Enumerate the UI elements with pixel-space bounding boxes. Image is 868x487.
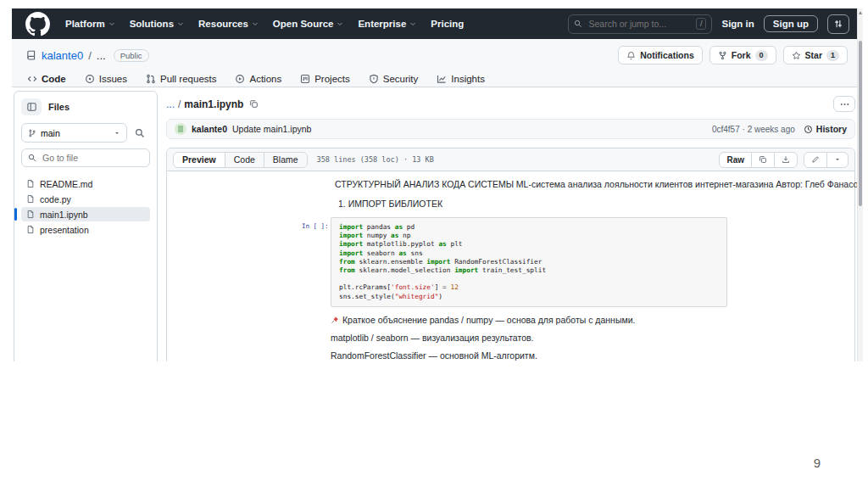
tab-preview[interactable]: Preview bbox=[174, 153, 225, 167]
main-nav: Platform Solutions Resources Open Source… bbox=[65, 19, 464, 29]
star-count: 1 bbox=[826, 50, 839, 61]
star-button[interactable]: Star 1 bbox=[783, 46, 848, 64]
commit-author-link[interactable]: kalante0 bbox=[192, 124, 227, 134]
bell-icon bbox=[626, 51, 636, 60]
more-options-button[interactable] bbox=[833, 96, 855, 112]
search-shortcut-hint: / bbox=[696, 18, 707, 30]
branch-row: main bbox=[21, 123, 150, 143]
raw-button-group: Raw bbox=[719, 152, 798, 168]
clock-icon bbox=[804, 125, 813, 134]
graph-icon bbox=[437, 74, 447, 84]
download-icon[interactable] bbox=[774, 153, 797, 167]
fork-count: 0 bbox=[755, 50, 768, 61]
notebook-title: СТРУКТУРНЫЙ АНАЛИЗ КОДА СИСТЕМЫ ML-систе… bbox=[331, 179, 727, 189]
github-window: Platform Solutions Resources Open Source… bbox=[12, 8, 863, 361]
tab-blame[interactable]: Blame bbox=[264, 153, 307, 167]
page-scrollbar[interactable] bbox=[857, 8, 863, 361]
scrollbar-up-arrow[interactable] bbox=[859, 11, 862, 14]
pull-request-icon bbox=[146, 74, 156, 84]
repo-title-row: kalante0 / ... Public Notifications Fork… bbox=[25, 46, 848, 64]
copy-file-icon[interactable] bbox=[751, 153, 774, 167]
breadcrumb-root-link[interactable]: ... bbox=[166, 98, 175, 110]
avatar[interactable] bbox=[175, 123, 186, 135]
files-panel-title: Files bbox=[48, 102, 70, 112]
repo-header: kalante0 / ... Public Notifications Fork… bbox=[12, 39, 863, 87]
go-to-file-input[interactable] bbox=[21, 148, 150, 167]
table-icon bbox=[300, 74, 310, 84]
visibility-badge: Public bbox=[114, 49, 149, 62]
play-circle-icon bbox=[235, 74, 245, 84]
file-icon bbox=[26, 225, 35, 234]
shield-icon bbox=[369, 74, 379, 84]
global-search-input[interactable]: / bbox=[568, 14, 712, 34]
go-to-file-field[interactable] bbox=[41, 152, 143, 164]
raw-button[interactable]: Raw bbox=[720, 153, 751, 167]
slide-page-number: 9 bbox=[814, 456, 821, 470]
files-panel: Files main README.md bbox=[14, 91, 158, 361]
tab-file-code[interactable]: Code bbox=[225, 153, 264, 167]
notebook-paragraph: Краткое объяснение pandas / numpy — осно… bbox=[331, 315, 727, 325]
nav-item-pricing[interactable]: Pricing bbox=[431, 19, 464, 29]
notifications-button[interactable]: Notifications bbox=[618, 46, 703, 64]
notebook-paragraph: RandomForestClassifier — основной ML-алг… bbox=[331, 350, 727, 361]
github-header: Platform Solutions Resources Open Source… bbox=[12, 8, 863, 39]
breadcrumb-file-name: main1.ipynb bbox=[184, 98, 243, 110]
github-logo-icon[interactable] bbox=[25, 12, 50, 36]
search-icon bbox=[28, 154, 36, 162]
nav-item-open-source[interactable]: Open Source bbox=[273, 19, 344, 29]
notebook-content: СТРУКТУРНЫЙ АНАЛИЗ КОДА СИСТЕМЫ ML-систе… bbox=[331, 179, 727, 361]
commit-message-link[interactable]: Update main1.ipynb bbox=[232, 124, 311, 134]
star-icon bbox=[792, 51, 801, 60]
sliders-icon[interactable] bbox=[827, 14, 849, 34]
notebook-paragraph: matplotlib / seaborn — визуализация резу… bbox=[331, 333, 727, 343]
history-button[interactable]: History bbox=[804, 124, 847, 134]
copy-path-icon[interactable] bbox=[249, 99, 259, 109]
code-lines: import pandas as pdimport numpy as npimp… bbox=[339, 223, 719, 301]
search-files-icon[interactable] bbox=[130, 123, 150, 143]
file-tree: README.md code.py main1.ipynb presentati… bbox=[21, 176, 150, 237]
code-icon bbox=[27, 74, 37, 84]
issue-icon bbox=[85, 74, 95, 84]
collapse-sidebar-icon[interactable] bbox=[21, 98, 42, 115]
fork-icon bbox=[718, 51, 727, 60]
files-panel-header: Files bbox=[21, 98, 150, 115]
file-icon bbox=[26, 210, 35, 219]
latest-commit-bar: kalante0 Update main1.ipynb 0cf4f57 · 2 … bbox=[166, 119, 855, 139]
scrollbar-thumb[interactable] bbox=[859, 41, 862, 206]
edit-button-group bbox=[804, 152, 849, 168]
code-cell-box[interactable]: import pandas as pdimport numpy as npimp… bbox=[331, 217, 727, 307]
repo-name: ... bbox=[97, 49, 106, 62]
branch-selector[interactable]: main bbox=[21, 123, 127, 143]
notebook-code-cell: In [ ]: import pandas as pdimport numpy … bbox=[331, 217, 727, 307]
view-mode-tabs: Preview Code Blame bbox=[173, 152, 308, 168]
file-icon bbox=[26, 194, 35, 204]
cell-prompt: In [ ]: bbox=[302, 222, 329, 230]
repo-owner-link[interactable]: kalante0 bbox=[42, 49, 83, 62]
file-meta-info: 358 lines (358 loc) · 13 KB bbox=[317, 155, 434, 164]
file-view-header: Preview Code Blame 358 lines (358 loc) ·… bbox=[167, 148, 854, 171]
commit-meta: 0cf4f57 · 2 weeks ago History bbox=[712, 124, 847, 134]
kebab-icon bbox=[840, 103, 849, 106]
nav-item-resources[interactable]: Resources bbox=[198, 19, 259, 29]
file-item-main1-ipynb[interactable]: main1.ipynb bbox=[21, 207, 150, 221]
chevron-down-icon bbox=[337, 20, 343, 27]
sign-up-button[interactable]: Sign up bbox=[764, 15, 818, 32]
breadcrumb-separator: / bbox=[178, 98, 181, 110]
fork-button[interactable]: Fork 0 bbox=[709, 46, 776, 64]
file-item-code-py[interactable]: code.py bbox=[21, 192, 150, 206]
search-field[interactable] bbox=[587, 18, 691, 30]
edit-pencil-icon[interactable] bbox=[804, 153, 826, 167]
file-view-box: Preview Code Blame 358 lines (358 loc) ·… bbox=[166, 148, 855, 361]
nav-item-enterprise[interactable]: Enterprise bbox=[358, 19, 416, 29]
sign-in-link[interactable]: Sign in bbox=[721, 19, 754, 29]
file-item-presentation[interactable]: presentation bbox=[21, 222, 150, 237]
notebook-list-item: 1. ИМПОРТ БИБЛИОТЕК bbox=[338, 199, 727, 209]
nav-item-platform[interactable]: Platform bbox=[65, 19, 115, 29]
edit-dropdown-icon[interactable] bbox=[826, 153, 848, 167]
file-item-readme[interactable]: README.md bbox=[21, 176, 150, 191]
commit-hash-and-age[interactable]: 0cf4f57 · 2 weeks ago bbox=[712, 125, 795, 134]
nav-item-solutions[interactable]: Solutions bbox=[130, 19, 184, 29]
file-icon bbox=[26, 179, 35, 188]
branch-icon bbox=[28, 129, 36, 137]
chevron-down-icon bbox=[114, 130, 120, 137]
